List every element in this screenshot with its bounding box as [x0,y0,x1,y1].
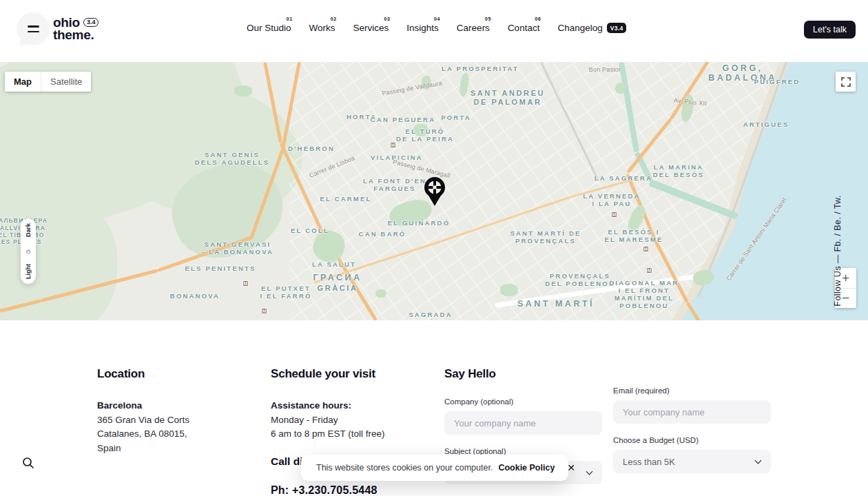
location-column: Location Barcelona 365 Gran Via de Corts… [97,367,189,455]
nav-label: Changelog [557,23,602,33]
nav-item-insights[interactable]: 04 Insights [406,23,439,33]
hours-title: Assistance hours: [271,399,385,413]
cookie-banner: This website stores cookies on your comp… [301,455,568,481]
search-icon[interactable] [22,457,34,469]
chevron-down-icon [755,457,762,464]
nav-item-careers[interactable]: 05 Careers [457,23,490,33]
nav-label: Careers [457,23,490,33]
logo-version-badge: 3.4 [83,18,99,27]
nav-number: 02 [331,17,337,21]
nav-label: Our Studio [247,23,291,33]
budget-label: Choose a Budget (USD) [613,436,771,444]
nav-item-services[interactable]: 03 Services [353,23,389,33]
map-park [413,124,428,136]
address-line: Spain [97,442,189,456]
address-line: Catalanes, BA 08015, [97,427,189,442]
cookie-policy-link[interactable]: Cookie Policy [498,463,555,473]
email-label: Email (required) [613,386,771,395]
map-location-pin-icon[interactable] [423,176,446,207]
metro-station-icon: M [261,308,267,314]
hours-line: 6 am to 8 pm EST (toll free) [271,427,385,442]
budget-select[interactable]: Less than 5K [613,450,771,473]
nav-item-contact[interactable]: 06 Contact [508,23,540,33]
schedule-heading: Schedule your visit [271,367,385,381]
say-hello-heading: Say Hello [444,367,602,381]
nav-label: Services [353,23,389,33]
nav-number: 01 [287,17,293,21]
budget-value: Less than 5K [623,457,675,467]
nav-label: Insights [406,23,439,33]
sun-icon: ☼ [25,247,32,254]
hamburger-icon [28,31,39,32]
version-badge: V3.4 [607,23,627,33]
metro-station-icon: M [611,211,617,218]
city-name: Barcelona [97,399,189,413]
map-park [500,284,518,296]
satellite-view-button[interactable]: Satellite [41,72,91,92]
hours-line: Monday - Friday [271,413,385,428]
logo-text-2: theme. [53,28,94,42]
metro-station-icon: M [242,280,249,287]
fullscreen-button[interactable] [836,72,856,92]
lets-talk-button[interactable]: Let's talk [804,21,856,39]
nav-item-works[interactable]: 02 Works [309,23,335,33]
map-type-control: Map Satellite [5,72,91,92]
nav-number: 03 [384,17,391,21]
map-park [234,85,252,96]
company-label: Company (optional) [444,397,602,406]
nav-number: 06 [535,17,541,21]
metro-station-icon: M [643,246,649,252]
main-nav: 01 Our Studio 02 Works 03 Services 04 In… [247,23,626,33]
nav-item-our-studio[interactable]: 01 Our Studio [247,23,291,33]
location-heading: Location [97,367,189,381]
metro-station-icon: M [390,142,396,148]
close-icon[interactable]: ✕ [567,463,575,473]
follow-us-text[interactable]: Follow Us — Fb. / Be. / Tw. [833,195,843,306]
map-theme-toggle[interactable]: Dark ☼ Light [21,218,36,284]
light-mode-label[interactable]: Light [25,264,32,279]
contact-form-right: Email (required) Choose a Budget (USD) L… [613,386,771,486]
nav-item-changelog[interactable]: Changelog V3.4 [557,23,626,33]
nav-number: 04 [434,17,440,21]
hamburger-icon [28,25,39,27]
map-park [615,83,626,94]
dark-mode-label[interactable]: Dark [25,223,32,237]
company-input[interactable] [444,411,602,435]
map-park [422,76,431,90]
cookie-text: This website stores cookies on your comp… [316,463,493,473]
email-input[interactable] [613,400,771,424]
nav-number: 05 [485,17,491,21]
map-park [375,289,386,298]
menu-button[interactable] [17,12,50,45]
metro-station-icon: M [646,267,652,273]
map-district-label: BONANOVA [170,292,220,300]
map-view-button[interactable]: Map [5,72,41,92]
fullscreen-icon [841,77,851,87]
phone-number[interactable]: Ph: +3.230.705.5448 [271,484,385,496]
site-logo[interactable]: ohio 3.4 theme. [53,17,99,41]
nav-label: Contact [508,23,540,33]
map-district-label: ELS PENITENTS [185,265,256,272]
google-map[interactable]: LA PROSPERITAT GORG, BADALONA PUIGFRED S… [0,62,868,320]
address-line: 365 Gran Via de Corts [97,413,189,428]
site-header: ohio 3.4 theme. 01 Our Studio 02 Works 0… [0,0,868,62]
chevron-down-icon [586,468,593,475]
nav-label: Works [309,23,335,33]
